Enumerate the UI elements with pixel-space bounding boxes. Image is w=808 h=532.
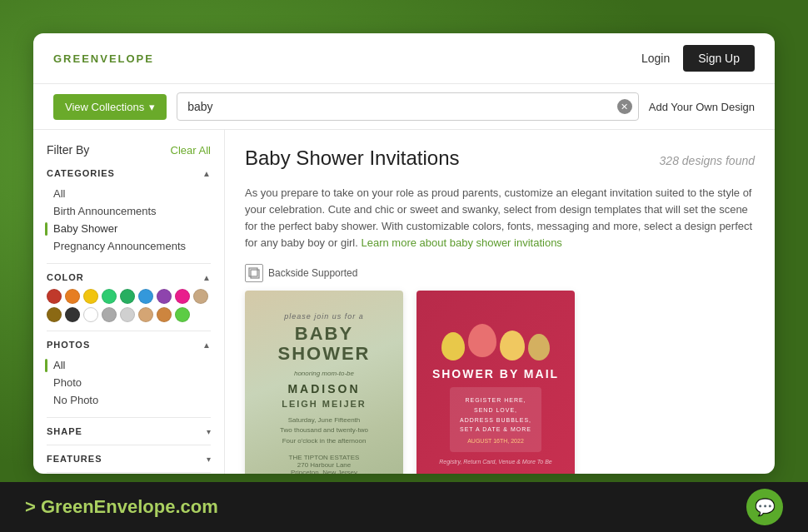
swatch-purple[interactable] bbox=[157, 289, 172, 304]
learn-more-link[interactable]: Learn more about baby shower invitations bbox=[361, 236, 561, 249]
chat-icon: 💬 bbox=[755, 497, 776, 517]
chevron-down-icon: ▾ bbox=[149, 101, 155, 113]
bottom-bar: > GreenEnvelope.com 💬 bbox=[0, 482, 808, 532]
learn-more-rest: more about baby shower invitations bbox=[392, 236, 562, 249]
card-time: Two thousand and twenty-two bbox=[280, 425, 368, 436]
category-baby-shower[interactable]: Baby Shower bbox=[47, 220, 211, 237]
photos-section-header[interactable]: PHOTOS ▲ bbox=[47, 340, 211, 350]
search-row: View Collections ▾ ✕ Add Your Own Design bbox=[33, 84, 775, 130]
color-chevron-icon: ▲ bbox=[202, 273, 211, 282]
card-time2: Four o'clock in the afternoon bbox=[280, 436, 368, 447]
categories-section-header[interactable]: CATEGORIES ▲ bbox=[47, 168, 211, 178]
card-image-watercolor: please join us for a BABYSHOWER honoring… bbox=[245, 291, 403, 474]
card2-tagline: Registry, Return Card, Venue & More To B… bbox=[439, 459, 552, 465]
category-birth-announcements[interactable]: Birth Announcements bbox=[47, 202, 211, 220]
login-button[interactable]: Login bbox=[641, 52, 670, 65]
page-title: Baby Shower Invitations bbox=[245, 147, 459, 170]
shape-section-header[interactable]: SHAPE ▾ bbox=[47, 426, 211, 436]
color-section-header[interactable]: COLOR ▲ bbox=[47, 272, 211, 282]
swatch-green[interactable] bbox=[120, 289, 135, 304]
backside-icon bbox=[245, 264, 263, 282]
swatch-brown[interactable] bbox=[47, 307, 62, 322]
shower-mail-title: SHOWER BY MAIL bbox=[432, 367, 559, 380]
mailbox-detail: REGISTER HERE, SEND LOVE, ADDRESS BUBBLE… bbox=[450, 387, 541, 453]
add-own-design-link[interactable]: Add Your Own Design bbox=[649, 101, 755, 113]
shape-title: SHAPE bbox=[47, 426, 82, 436]
categories-chevron-icon: ▲ bbox=[202, 169, 211, 178]
category-all[interactable]: All bbox=[47, 185, 211, 202]
signup-button[interactable]: Sign Up bbox=[683, 45, 755, 72]
search-input[interactable] bbox=[177, 92, 639, 121]
body-area: Filter By Clear All CATEGORIES ▲ All Bir… bbox=[33, 130, 775, 474]
card2-date: AUGUST 16TH, 2022 bbox=[458, 438, 533, 444]
card-image-shower-mail: SHOWER BY MAIL REGISTER HERE, SEND LOVE,… bbox=[416, 291, 575, 474]
card-date: Saturday, June Fifteenth bbox=[280, 415, 368, 426]
url-domain: GreenEnvelope.com bbox=[41, 496, 218, 517]
color-title: COLOR bbox=[47, 272, 84, 282]
swatch-tan[interactable] bbox=[193, 289, 208, 304]
view-collections-label: View Collections bbox=[65, 101, 144, 113]
url-prefix: > bbox=[25, 496, 36, 517]
header-actions: Login Sign Up bbox=[641, 45, 755, 72]
swatch-light-green[interactable] bbox=[102, 289, 117, 304]
features-title: FEATURES bbox=[47, 454, 102, 464]
cards-grid: please join us for a BABYSHOWER honoring… bbox=[245, 291, 755, 474]
photos-photo[interactable]: Photo bbox=[47, 374, 211, 391]
filter-header: Filter By Clear All bbox=[47, 143, 211, 157]
swatch-sienna[interactable] bbox=[157, 307, 172, 322]
category-pregnancy-announcements[interactable]: Pregnancy Announcements bbox=[47, 237, 211, 255]
photos-chevron-icon: ▲ bbox=[202, 341, 211, 350]
shape-chevron-icon: ▾ bbox=[207, 427, 211, 436]
swatch-red[interactable] bbox=[47, 289, 62, 304]
swatch-black[interactable] bbox=[65, 307, 80, 322]
swatch-peach[interactable] bbox=[138, 307, 153, 322]
card2-details: REGISTER HERE, SEND LOVE, ADDRESS BUBBLE… bbox=[458, 395, 533, 435]
card-venue: THE TIPTON ESTATES 270 Harbour Lane Prin… bbox=[289, 454, 360, 474]
photos-title: PHOTOS bbox=[47, 340, 90, 350]
bottom-url: > GreenEnvelope.com bbox=[25, 496, 218, 518]
card-name-first: MADISON bbox=[287, 382, 360, 395]
card-item[interactable]: SHOWER BY MAIL REGISTER HERE, SEND LOVE,… bbox=[416, 291, 575, 474]
sidebar: Filter By Clear All CATEGORIES ▲ All Bir… bbox=[33, 130, 225, 474]
main-content: Baby Shower Invitations 328 designs foun… bbox=[225, 130, 775, 474]
learn-more-label: Learn bbox=[361, 236, 388, 249]
header: GREENVELOPE Login Sign Up bbox=[33, 33, 775, 84]
swatch-pink[interactable] bbox=[175, 289, 190, 304]
photos-no-photo[interactable]: No Photo bbox=[47, 391, 211, 409]
designs-found: 328 designs found bbox=[660, 154, 755, 167]
color-swatches bbox=[47, 289, 211, 322]
filter-by-label: Filter By bbox=[47, 143, 89, 157]
card-item[interactable]: please join us for a BABYSHOWER honoring… bbox=[245, 291, 403, 474]
features-chevron-icon: ▾ bbox=[207, 455, 211, 464]
categories-title: CATEGORIES bbox=[47, 168, 115, 178]
photos-list: All Photo No Photo bbox=[47, 356, 211, 409]
logo: GREENVELOPE bbox=[53, 52, 154, 65]
photos-all[interactable]: All bbox=[47, 356, 211, 374]
clear-all-link[interactable]: Clear All bbox=[171, 144, 211, 157]
search-clear-button[interactable]: ✕ bbox=[617, 99, 632, 114]
swatch-blue[interactable] bbox=[138, 289, 153, 304]
chat-button[interactable]: 💬 bbox=[746, 489, 783, 525]
swatch-white[interactable] bbox=[83, 307, 98, 322]
view-collections-button[interactable]: View Collections ▾ bbox=[53, 94, 167, 120]
search-wrap: ✕ bbox=[177, 92, 639, 121]
card-please-text: please join us for a bbox=[284, 312, 364, 321]
backside-badge: Backside Supported bbox=[245, 264, 755, 282]
swatch-light-gray[interactable] bbox=[120, 307, 135, 322]
balloons bbox=[441, 324, 550, 360]
page-description: As you prepare to take on your role as p… bbox=[245, 185, 755, 252]
features-section-header[interactable]: FEATURES ▾ bbox=[47, 454, 211, 464]
card-details: Saturday, June Fifteenth Two thousand an… bbox=[280, 415, 368, 447]
card-honoring: honoring mom-to-be bbox=[294, 370, 354, 377]
swatch-lime[interactable] bbox=[175, 307, 190, 322]
swatch-orange[interactable] bbox=[65, 289, 80, 304]
backside-label: Backside Supported bbox=[268, 267, 357, 279]
card-surname: LEIGH MEIJER bbox=[282, 399, 367, 409]
swatch-yellow[interactable] bbox=[83, 289, 98, 304]
categories-list: All Birth Announcements Baby Shower Preg… bbox=[47, 185, 211, 255]
swatch-gray[interactable] bbox=[102, 307, 117, 322]
card-baby-shower-title: BABYSHOWER bbox=[278, 324, 371, 364]
